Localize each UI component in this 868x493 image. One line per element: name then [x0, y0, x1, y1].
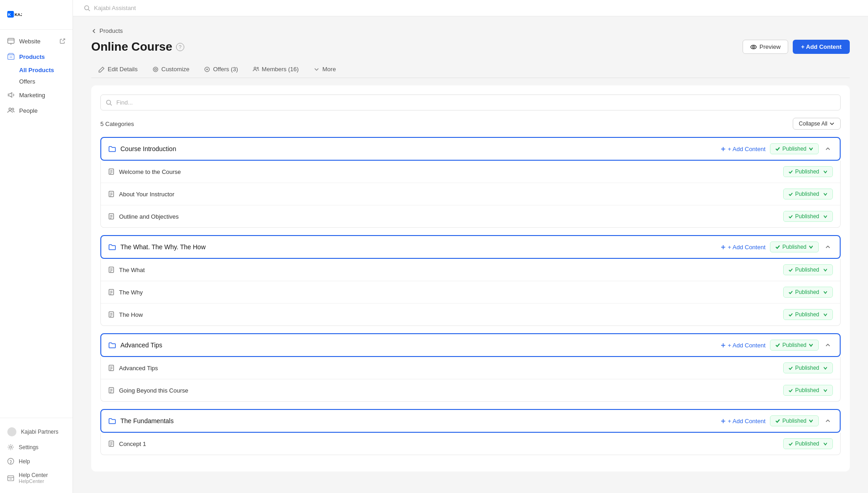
sidebar-help[interactable]: Help: [0, 454, 73, 468]
tab-customize[interactable]: Customize: [145, 61, 197, 78]
find-input-wrap: [100, 94, 841, 110]
lesson-published-badge[interactable]: Published: [783, 362, 833, 373]
category-section-course-introduction: Course Introduction + Add Content Publis…: [100, 137, 841, 228]
category-collapse-btn[interactable]: [823, 144, 832, 153]
add-content-label: + Add Content: [728, 418, 766, 425]
preview-label: Preview: [759, 43, 780, 50]
sidebar-item-people[interactable]: People: [0, 103, 73, 118]
category-published-badge[interactable]: Published: [770, 340, 819, 351]
sidebar-help-center[interactable]: Help Center HelpCenter: [0, 468, 73, 488]
preview-button[interactable]: Preview: [743, 40, 788, 54]
category-header-left: The Fundamentals: [109, 417, 174, 425]
add-content-label: + Add Content: [728, 342, 766, 349]
category-add-content[interactable]: + Add Content: [720, 146, 766, 152]
check-sm-icon: [788, 290, 793, 295]
breadcrumb[interactable]: Products: [91, 27, 850, 34]
category-add-content[interactable]: + Add Content: [720, 244, 766, 251]
category-collapse-btn[interactable]: [823, 341, 832, 350]
megaphone-icon: [7, 91, 15, 99]
lesson-item-outline[interactable]: Outline and Objectives Published: [101, 205, 840, 227]
published-label: Published: [782, 244, 806, 250]
lesson-published-badge[interactable]: Published: [783, 287, 833, 298]
sidebar-sub-offers[interactable]: Offers: [0, 76, 73, 87]
category-header-advanced-tips[interactable]: Advanced Tips + Add Content Published: [100, 333, 841, 357]
lesson-status: Published: [795, 365, 819, 371]
lesson-published-badge[interactable]: Published: [783, 189, 833, 199]
tab-members[interactable]: Members (16): [245, 61, 306, 78]
help-center-label: Help Center: [19, 472, 48, 478]
find-search-icon: [106, 100, 112, 106]
lesson-badge-chevron: [823, 214, 828, 219]
category-header-course-introduction[interactable]: Course Introduction + Add Content Publis…: [100, 137, 841, 161]
check-icon: [775, 146, 780, 152]
lesson-item-concept-1[interactable]: Concept 1 Published: [101, 433, 840, 455]
page-help-icon[interactable]: ?: [176, 43, 184, 51]
find-input[interactable]: [100, 94, 841, 110]
lesson-item-left: About Your Instructor: [108, 191, 174, 198]
customize-icon: [152, 66, 159, 73]
published-label: Published: [782, 418, 806, 424]
lesson-item-the-how[interactable]: The How Published: [101, 304, 840, 325]
plus-icon: [720, 342, 726, 348]
tab-edit-details[interactable]: Edit Details: [91, 61, 145, 78]
category-header-the-fundamentals[interactable]: The Fundamentals + Add Content Published: [100, 409, 841, 433]
sidebar-kajabi-partners[interactable]: Kajabi Partners: [0, 424, 73, 440]
lesson-status: Published: [795, 311, 819, 318]
tab-more[interactable]: More: [306, 61, 343, 78]
category-header-right: + Add Content Published: [720, 340, 832, 351]
tab-edit-details-label: Edit Details: [108, 66, 138, 73]
lesson-item-left: Advanced Tips: [108, 365, 158, 372]
category-header-what-why-how[interactable]: The What. The Why. The How + Add Content…: [100, 235, 841, 259]
sidebar-sub-all-products[interactable]: All Products: [0, 64, 73, 76]
lesson-published-badge[interactable]: Published: [783, 309, 833, 320]
lesson-item-going-beyond[interactable]: Going Beyond this Course Published: [101, 379, 840, 401]
help-label: Help: [19, 458, 30, 465]
lesson-item-the-why[interactable]: The Why Published: [101, 281, 840, 304]
category-collapse-btn[interactable]: [823, 416, 832, 425]
tab-offers[interactable]: Offers (3): [197, 61, 245, 78]
lesson-list-course-introduction: Welcome to the Course Published About Yo…: [100, 161, 841, 228]
categories-count: 5 Categories: [100, 121, 134, 127]
badge-chevron-icon: [808, 342, 814, 348]
badge-chevron-icon: [808, 244, 814, 250]
check-sm-icon: [788, 441, 793, 446]
category-add-content[interactable]: + Add Content: [720, 418, 766, 425]
tab-members-label: Members (16): [262, 66, 299, 73]
lesson-published-badge[interactable]: Published: [783, 264, 833, 275]
collapse-all-button[interactable]: Collapse All: [793, 118, 841, 130]
category-published-badge[interactable]: Published: [770, 415, 819, 426]
svg-point-10: [10, 446, 12, 448]
lesson-published-badge[interactable]: Published: [783, 166, 833, 177]
lesson-list-advanced-tips: Advanced Tips Published Going Beyond thi…: [100, 357, 841, 402]
sidebar-item-website[interactable]: Website: [0, 33, 73, 49]
chevron-up-icon: [825, 146, 831, 152]
document-icon: [108, 311, 114, 318]
lesson-item-the-what[interactable]: The What Published: [101, 259, 840, 281]
sidebar-settings[interactable]: Settings: [0, 440, 73, 454]
category-published-badge[interactable]: Published: [770, 241, 819, 252]
lesson-item-left: The How: [108, 311, 143, 318]
sidebar-item-products[interactable]: Products: [0, 49, 73, 64]
category-published-badge[interactable]: Published: [770, 143, 819, 154]
svg-point-21: [155, 68, 156, 70]
add-content-label: + Add Content: [728, 244, 766, 251]
lesson-item-advanced-tips-lesson[interactable]: Advanced Tips Published: [101, 357, 840, 379]
svg-point-8: [9, 108, 11, 110]
collapse-all-label: Collapse All: [799, 121, 827, 127]
page-title: Online Course: [91, 40, 172, 54]
category-collapse-btn[interactable]: [823, 242, 832, 252]
lesson-published-badge[interactable]: Published: [783, 385, 833, 396]
document-icon: [108, 387, 114, 393]
main-content: Kajabi Assistant Products Online Course …: [73, 0, 868, 493]
category-name: The What. The Why. The How: [120, 243, 206, 251]
lesson-item-welcome[interactable]: Welcome to the Course Published: [101, 161, 840, 183]
lesson-published-badge[interactable]: Published: [783, 438, 833, 449]
search-bar[interactable]: Kajabi Assistant: [84, 5, 136, 11]
lesson-item-left: Outline and Objectives: [108, 213, 179, 220]
add-content-button[interactable]: + Add Content: [793, 40, 850, 54]
content-card: 5 Categories Collapse All Course Introdu…: [91, 85, 850, 472]
sidebar-item-marketing[interactable]: Marketing: [0, 87, 73, 103]
lesson-item-about-instructor[interactable]: About Your Instructor Published: [101, 183, 840, 205]
lesson-published-badge[interactable]: Published: [783, 211, 833, 222]
category-add-content[interactable]: + Add Content: [720, 342, 766, 349]
